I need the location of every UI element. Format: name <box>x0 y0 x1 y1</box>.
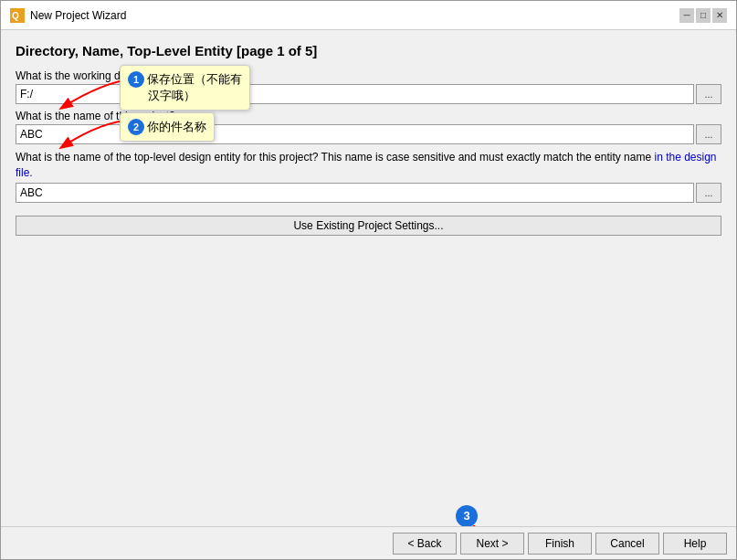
page-title: Directory, Name, Top-Level Entity [page … <box>16 43 721 58</box>
working-dir-input-row: ... <box>16 84 721 104</box>
project-name-input[interactable] <box>16 124 694 144</box>
bottom-bar: < Back Next > Finish Cancel Help <box>1 526 736 559</box>
working-dir-section: What is the working directory for this p… <box>16 69 721 104</box>
working-dir-input[interactable] <box>16 84 694 104</box>
project-name-label: What is the name of this project? <box>16 110 721 122</box>
top-entity-description-text: What is the name of the top-level design… <box>16 151 651 164</box>
finish-button[interactable]: Finish <box>528 533 592 555</box>
window-title: New Project Wizard <box>30 9 126 22</box>
browse-project-name-button[interactable]: ... <box>696 124 721 144</box>
use-existing-settings-button[interactable]: Use Existing Project Settings... <box>16 216 721 236</box>
project-name-section: What is the name of this project? ... <box>16 110 721 144</box>
minimize-button[interactable]: ─ <box>679 8 694 23</box>
project-name-input-row: ... <box>16 124 721 144</box>
main-empty-area <box>16 236 721 517</box>
top-entity-input-row: ... <box>16 183 721 203</box>
top-entity-input[interactable] <box>16 183 694 203</box>
app-icon: Q <box>10 8 25 23</box>
working-dir-label: What is the working directory for this p… <box>16 69 721 82</box>
new-project-wizard-window: Q New Project Wizard ─ □ ✕ Directory, Na… <box>0 0 737 560</box>
svg-text:Q: Q <box>12 11 19 21</box>
top-entity-description: What is the name of the top-level design… <box>16 150 721 181</box>
maximize-button[interactable]: □ <box>696 8 711 23</box>
browse-top-entity-button[interactable]: ... <box>696 183 721 203</box>
back-button[interactable]: < Back <box>393 533 457 555</box>
cancel-button[interactable]: Cancel <box>595 533 659 555</box>
wizard-content: Directory, Name, Top-Level Entity [page … <box>1 30 736 526</box>
help-button[interactable]: Help <box>663 533 727 555</box>
next-button[interactable]: Next > <box>460 533 524 555</box>
title-bar-left: Q New Project Wizard <box>10 8 126 23</box>
title-bar: Q New Project Wizard ─ □ ✕ <box>1 1 736 30</box>
close-button[interactable]: ✕ <box>712 8 727 23</box>
top-entity-section: What is the name of the top-level design… <box>16 150 721 203</box>
title-bar-controls: ─ □ ✕ <box>679 8 727 23</box>
browse-working-dir-button[interactable]: ... <box>696 84 721 104</box>
arrow-3 <box>456 523 492 526</box>
